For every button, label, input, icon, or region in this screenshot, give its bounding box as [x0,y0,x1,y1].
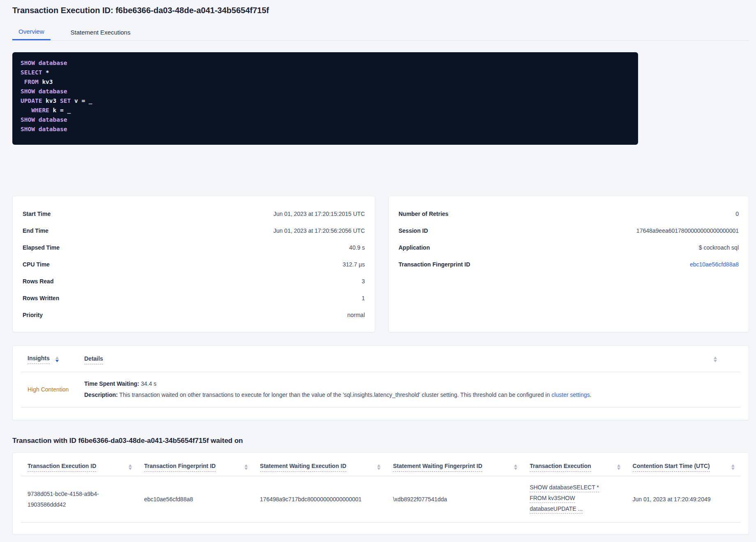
sort-arrows-icon[interactable] [377,464,380,470]
sql-text: * [46,69,49,76]
insights-table-header: Insights Details [21,355,740,364]
column-header-transaction-execution[interactable]: Transaction Execution [523,463,626,472]
detail-row: Rows Read 3 [23,273,365,290]
detail-label: Number of Retries [399,211,448,217]
sort-arrows-icon[interactable] [714,357,717,362]
sort-arrows-icon[interactable] [55,357,59,362]
insight-badge: High Contention [28,386,69,393]
transaction-fingerprint-link[interactable]: ebc10ae56cfd88a8 [690,261,739,268]
waited-on-table-header: Transaction Execution ID Transaction Fin… [21,453,740,476]
description-label: Description: [84,391,118,398]
column-header-transaction-execution-id[interactable]: Transaction Execution ID [21,463,138,472]
detail-row: Start Time Jun 01, 2023 at 17:20:15:2015… [23,205,365,222]
sql-keyword: SHOW database [21,126,67,132]
column-label[interactable]: Contention Start Time (UTC) [633,463,710,472]
column-label[interactable]: Transaction Execution ID [28,463,96,472]
sql-keyword: WHERE [21,107,53,113]
detail-value: $ cockroach sql [699,244,739,251]
sql-keyword: SHOW database [21,116,67,123]
detail-value: 0 [735,211,739,217]
transaction-execution-link[interactable]: SHOW databaseSELECT * [530,483,599,492]
sql-text: kv3 [42,79,53,85]
sql-keyword: UPDATE [21,97,46,104]
waited-on-table-card: Transaction Execution ID Transaction Fin… [12,452,749,535]
tab-overview[interactable]: Overview [12,24,51,40]
detail-value: Jun 01, 2023 at 17:20:15:2015 UTC [273,211,365,217]
description-text: This transaction waited on other transac… [118,391,551,398]
detail-row: CPU Time 312.7 µs [23,256,365,273]
details-column-label[interactable]: Details [84,355,103,364]
detail-row: Priority normal [23,306,365,323]
insights-column-label[interactable]: Insights [28,355,50,364]
sql-line: SHOW database [21,125,630,134]
detail-row: Rows Written 1 [23,290,365,306]
column-label[interactable]: Statement Waiting Fingerprint ID [393,463,482,472]
sql-keyword: SHOW database [21,60,67,66]
sql-keyword: SELECT [21,69,46,76]
detail-label: Application [399,244,430,251]
detail-row: Number of Retries 0 [399,205,739,222]
cell-transaction-execution: SHOW databaseSELECT * FROM kv3SHOW datab… [523,483,626,515]
session-details-card: Number of Retries 0 Session ID 17648a9ee… [388,196,749,332]
sort-arrows-icon[interactable] [617,464,620,470]
details-column-header[interactable]: Details [84,355,103,364]
insights-column-header[interactable]: Insights [21,355,84,364]
column-header-contention-start-time[interactable]: Contention Start Time (UTC) [626,463,740,472]
waiting-time-value: 34.4 s [139,380,157,387]
sql-line: SHOW database [21,115,630,125]
column-header-statement-waiting-fingerprint-id[interactable]: Statement Waiting Fingerprint ID [386,463,523,472]
sql-line: FROM kv3 [21,77,630,87]
sql-line: WHERE k = _ [21,106,630,115]
sql-text: v = _ [74,97,92,104]
sort-arrows-icon[interactable] [244,464,248,470]
cluster-settings-link[interactable]: cluster settings [551,391,590,398]
sort-arrows-icon[interactable] [129,464,132,470]
waited-on-heading: Transaction with ID f6be6366-da03-48de-a… [12,437,243,445]
detail-value: normal [347,312,365,318]
sql-text: kv3 [46,97,60,104]
column-header-transaction-fingerprint-id[interactable]: Transaction Fingerprint ID [138,463,254,472]
column-header-statement-waiting-execution-id[interactable]: Statement Waiting Execution ID [254,463,387,472]
detail-row: Elapsed Time 40.9 s [23,239,365,256]
detail-label: Start Time [23,211,51,217]
detail-value: 312.7 µs [343,261,365,268]
cell-contention-start-time: Jun 01, 2023 at 17:20:49:2049 [626,494,740,505]
sql-statements-box: SHOW database SELECT * FROM kv3 SHOW dat… [12,52,638,145]
detail-row: Session ID 17648a9eea6017800000000000000… [399,222,739,239]
column-label[interactable]: Statement Waiting Execution ID [260,463,346,472]
insight-row: High Contention Time Spent Waiting: 34.4… [21,372,740,408]
detail-value: 3 [362,278,365,285]
transaction-execution-link[interactable]: databaseUPDATE ... [530,505,583,514]
detail-label: Transaction Fingerprint ID [399,261,470,268]
detail-value: 40.9 s [349,244,365,251]
detail-label: Rows Written [23,295,59,301]
detail-row: End Time Jun 01, 2023 at 17:20:56:2056 U… [23,222,365,239]
insights-table-card: Insights Details High Contention Time Sp… [12,345,749,420]
insight-details: Time Spent Waiting: 34.4 s Description: … [84,380,740,398]
detail-label: Elapsed Time [23,244,60,251]
sort-arrows-icon[interactable] [514,464,517,470]
table-row: 9738d051-bc0e-4158-a9b4-1903586ddd42 ebc… [21,476,740,523]
sort-arrows-icon[interactable] [731,464,735,470]
waiting-time-label: Time Spent Waiting: [84,380,139,387]
sql-line: SHOW database [21,87,630,96]
detail-label: Session ID [399,227,428,234]
cell-transaction-execution-id: 9738d051-bc0e-4158-a9b4-1903586ddd42 [21,489,138,510]
column-label[interactable]: Transaction Fingerprint ID [144,463,216,472]
sql-keyword: FROM [21,79,42,85]
detail-label: End Time [23,227,48,234]
sql-text: k = _ [53,107,71,113]
detail-value: 17648a9eea6017800000000000000001 [636,227,739,234]
page-title: Transaction Execution ID: f6be6366-da03-… [12,6,269,15]
detail-label: Priority [23,312,43,318]
detail-value: 1 [362,295,365,301]
sql-keyword: SHOW database [21,88,67,95]
detail-value: Jun 01, 2023 at 17:20:56:2056 UTC [273,227,365,234]
column-label[interactable]: Transaction Execution [530,463,591,472]
tab-statement-executions[interactable]: Statement Executions [65,24,137,40]
transaction-execution-link[interactable]: FROM kv3SHOW [530,494,575,503]
sql-line: SELECT * [21,68,630,77]
cell-transaction-fingerprint-id: ebc10ae56cfd88a8 [138,494,254,505]
cell-statement-waiting-execution-id: 176498a9c717bdc80000000000000001 [254,494,387,505]
sql-line: UPDATE kv3 SET v = _ [21,96,630,106]
